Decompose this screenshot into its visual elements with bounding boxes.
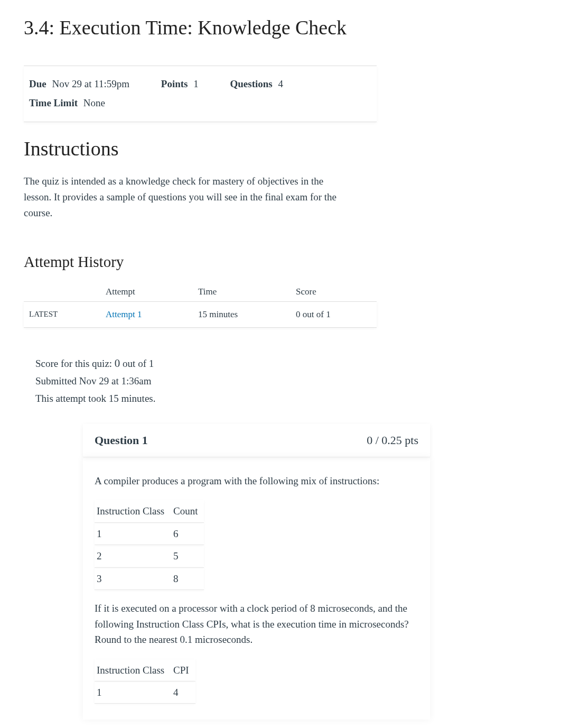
due-label: Due: [29, 78, 46, 89]
instruction-count-table: Instruction Class Count 1 6 2 5 3 8: [95, 500, 204, 590]
duration-line: This attempt took 15 minutes.: [35, 390, 537, 407]
cpi-r1c2: 4: [171, 681, 195, 703]
attempt-status: LATEST: [24, 301, 106, 327]
question-points: 0 / 0.25 pts: [367, 434, 418, 447]
question-header: Question 1 0 / 0.25 pts: [83, 424, 430, 457]
table-row: 1 6: [95, 522, 204, 545]
instructions-body: The quiz is intended as a knowledge chec…: [24, 173, 343, 222]
count-r1c1: 1: [95, 522, 171, 545]
page-title: 3.4: Execution Time: Knowledge Check: [24, 16, 537, 39]
points-label: Points: [161, 78, 188, 89]
instructions-heading: Instructions: [24, 137, 537, 160]
table-row: 1 4: [95, 681, 195, 703]
score-suffix: out of 1: [123, 358, 154, 369]
count-h1: Instruction Class: [95, 500, 171, 522]
question-box: Question 1 0 / 0.25 pts A compiler produ…: [83, 424, 430, 720]
count-r3c1: 3: [95, 567, 171, 589]
cpi-r1c1: 1: [95, 681, 171, 703]
question-prompt-2: If it is executed on a processor with a …: [95, 601, 418, 647]
table-row: 2 5: [95, 545, 204, 567]
col-score: Score: [296, 282, 377, 302]
question-label: Question 1: [95, 434, 148, 447]
table-row: 3 8: [95, 567, 204, 589]
questions-value: 4: [278, 78, 283, 89]
col-attempt: Attempt: [106, 282, 198, 302]
question-prompt-1: A compiler produces a program with the f…: [95, 473, 418, 489]
score-prefix: Score for this quiz:: [35, 358, 115, 369]
time-limit-value: None: [83, 97, 105, 108]
due-value: Nov 29 at 11:59pm: [52, 78, 129, 89]
count-r2c2: 5: [171, 545, 204, 567]
attempt-link[interactable]: Attempt 1: [106, 309, 142, 319]
col-time: Time: [198, 282, 296, 302]
submitted-line: Submitted Nov 29 at 1:36am: [35, 373, 537, 390]
table-row: LATEST Attempt 1 15 minutes 0 out of 1: [24, 301, 377, 327]
attempt-score: 0 out of 1: [296, 301, 377, 327]
score-summary: Score for this quiz: 0 out of 1 Submitte…: [35, 354, 537, 407]
instruction-cpi-table: Instruction Class CPI 1 4: [95, 659, 195, 704]
quiz-meta: Due Nov 29 at 11:59pm Points 1 Questions…: [24, 66, 377, 122]
col-blank: [24, 282, 106, 302]
count-r3c2: 8: [171, 567, 204, 589]
cpi-h1: Instruction Class: [95, 659, 171, 681]
attempt-history-table: Attempt Time Score LATEST Attempt 1 15 m…: [24, 282, 377, 328]
points-value: 1: [193, 78, 199, 89]
time-limit-label: Time Limit: [29, 97, 78, 108]
score-value: 0: [115, 357, 120, 370]
count-r2c1: 2: [95, 545, 171, 567]
attempt-history-heading: Attempt History: [24, 253, 537, 271]
count-r1c2: 6: [171, 522, 204, 545]
count-h2: Count: [171, 500, 204, 522]
question-body: A compiler produces a program with the f…: [83, 457, 430, 720]
cpi-h2: CPI: [171, 659, 195, 681]
questions-label: Questions: [230, 78, 272, 89]
attempt-time: 15 minutes: [198, 301, 296, 327]
